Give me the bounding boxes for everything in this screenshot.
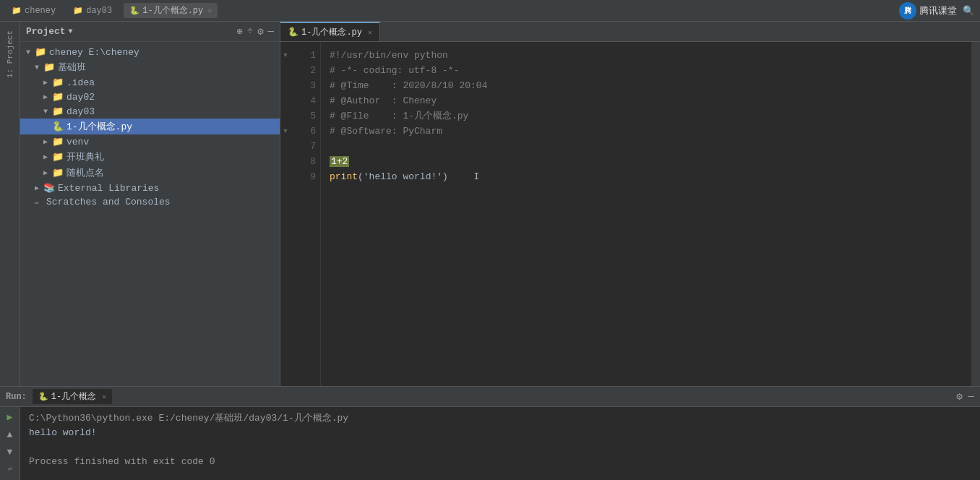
tab-cheney-label: cheney [25,6,56,16]
search-icon[interactable]: 🔍 [963,5,974,17]
tree-label-day02: day02 [66,92,95,103]
collapse-gutter: ▼ ▼ [280,42,292,386]
bottom-panel: Run: 🐍 1-几个概念 ✕ ⚙ — ▶ ▲ ▼ ⏎ C:\Python36\… [0,386,980,480]
project-action-minimize[interactable]: — [268,25,274,38]
tab-cheney[interactable]: 📁 cheney [6,4,61,17]
tab-day03-label: day03 [86,6,112,16]
tree-label-file1: 1-几个概念.py [66,120,132,133]
tree-label-idea: .idea [66,77,95,88]
bottom-settings-icon[interactable]: ⚙ [956,390,962,403]
project-panel: Project ▼ ⊕ ÷ ⚙ — ▼ 📁 cheney E:\cheney ▼… [20,22,280,386]
tree-label-venv: venv [66,137,89,147]
tree-arrow-idea: ▶ [43,78,52,87]
console-side-btns: ▶ ▲ ▼ ⏎ [0,407,20,480]
editor-tab-file[interactable]: 🐍 1-几个概念.py ✕ [280,22,380,41]
tab-close-icon[interactable]: ✕ [207,7,212,15]
tab-file-label: 1-几个概念.py [142,4,203,17]
tree-arrow-kaiban: ▶ [43,153,52,161]
project-title-text: Project [26,26,66,37]
tree-arrow-cheney: ▼ [26,48,35,56]
tree-arrow-extlibs: ▶ [35,184,43,192]
tree-label-jichupan: 基础班 [58,61,86,74]
project-tree: ▼ 📁 cheney E:\cheney ▼ 📁 基础班 ▶ 📁 .idea [20,42,280,386]
bottom-actions: ⚙ — [956,390,974,403]
bottom-tabs: Run: 🐍 1-几个概念 ✕ ⚙ — [0,387,980,407]
tree-arrow-day02: ▶ [43,93,52,101]
tree-item-suiji[interactable]: ▶ 📁 随机点名 [20,165,280,181]
tab-day03[interactable]: 📁 day03 [67,4,118,17]
tree-item-cheney[interactable]: ▼ 📁 cheney E:\cheney [20,45,280,59]
tree-arrow-suiji: ▶ [43,168,52,177]
tree-label-cheney: cheney E:\cheney [49,47,139,58]
tree-label-kaiban: 开班典礼 [66,150,104,163]
tree-item-venv[interactable]: ▶ 📁 venv [20,134,280,149]
console-down-btn[interactable]: ▼ [3,445,17,459]
editor-tab-py-icon: 🐍 [288,27,298,38]
line-numbers: 1 2 3 4 5 6 7 8 9 [292,42,321,386]
folder-icon-suiji: 📁 [52,167,64,179]
bottom-run-tab[interactable]: 🐍 1-几个概念 ✕ [33,389,112,404]
tree-item-jichupan[interactable]: ▼ 📁 基础班 [20,59,280,75]
brand-label: 腾讯课堂 [919,4,957,17]
tree-item-day03[interactable]: ▼ 📁 day03 [20,104,280,119]
tree-item-day02[interactable]: ▶ 📁 day02 [20,90,280,104]
top-bar: 📁 cheney 📁 day03 🐍 1-几个概念.py ✕ 腾 腾讯课堂 🔍 [0,0,980,22]
folder-icon-kaiban: 📁 [52,151,64,163]
tree-arrow-scratches: ✏ [35,198,43,207]
collapse-btn-6[interactable]: ▼ [280,124,291,139]
editor-tab-close[interactable]: ✕ [368,28,372,37]
run-tab-label: 1-几个概念 [51,390,96,403]
brand-logo: 腾 腾讯课堂 [899,2,957,20]
tree-item-kaiban[interactable]: ▶ 📁 开班典礼 [20,149,280,165]
py-file-icon: 🐍 [52,121,64,132]
folder-open-icon-cheney: 📁 [35,46,46,58]
console-wrap-btn[interactable]: ⏎ [3,462,17,476]
folder-open-icon-jichupan: 📁 [43,61,55,73]
folder-icon-venv: 📁 [52,136,64,147]
tree-arrow-venv: ▶ [43,137,52,146]
tab-file[interactable]: 🐍 1-几个概念.py ✕ [124,3,218,18]
folder-icon-day03: 📁 [73,6,83,15]
console-output: C:\Python36\python.exe E:/cheney/基础班/day… [20,407,980,480]
editor-content: ▼ ▼ 1 2 3 4 5 6 7 8 9 [280,42,980,386]
console-area: ▶ ▲ ▼ ⏎ C:\Python36\python.exe E:/cheney… [0,407,980,480]
sidebar-strip: 1: Project [0,22,20,386]
tree-item-scratches[interactable]: ✏ Scratches and Consoles [20,195,280,209]
folder-open-icon-day03: 📁 [52,106,64,117]
py-icon-tab: 🐍 [129,6,139,15]
run-label: Run: [6,392,27,402]
project-header: Project ▼ ⊕ ÷ ⚙ — [20,22,280,42]
folder-icon-day02: 📁 [52,91,64,103]
project-action-settings[interactable]: ⚙ [257,25,263,38]
folder-icon-cheney: 📁 [12,6,22,15]
run-tab-close[interactable]: ✕ [102,393,106,401]
tree-arrow-day03: ▼ [43,108,52,116]
editor-scrollbar[interactable] [971,42,980,386]
project-strip-label[interactable]: 1: Project [6,25,14,84]
tree-arrow-jichupan: ▼ [35,64,43,72]
project-title-arrow: ▼ [69,27,73,35]
folder-icon-idea: 📁 [52,77,64,88]
project-action-split[interactable]: ÷ [247,25,253,38]
run-play-btn[interactable]: ▶ [3,410,17,424]
project-actions: ⊕ ÷ ⚙ — [236,25,274,38]
main-area: 1: Project Project ▼ ⊕ ÷ ⚙ — ▼ 📁 cheney … [0,22,980,386]
tree-item-extlibs[interactable]: ▶ 📚 External Libraries [20,181,280,195]
extlib-icon: 📚 [43,182,55,194]
tree-item-idea[interactable]: ▶ 📁 .idea [20,75,280,90]
tree-label-extlibs: External Libraries [58,183,159,194]
tree-label-day03: day03 [66,106,95,117]
editor-tab-label: 1-几个概念.py [301,26,362,38]
tree-label-scratches: Scratches and Consoles [46,197,171,207]
bottom-minimize-icon[interactable]: — [968,390,974,403]
code-area[interactable]: #!/usr/bin/env python # -*- coding: utf-… [321,42,971,386]
editor-tabs: 🐍 1-几个概念.py ✕ [280,22,980,42]
run-file-icon: 🐍 [38,392,48,401]
project-action-add[interactable]: ⊕ [236,25,242,38]
collapse-btn-1[interactable]: ▼ [280,48,291,63]
project-title: Project ▼ [26,26,73,37]
editor-area: 🐍 1-几个概念.py ✕ ▼ ▼ 1 2 3 [280,22,980,386]
console-up-btn[interactable]: ▲ [3,427,17,442]
tree-item-file1[interactable]: 🐍 1-几个概念.py [20,119,280,134]
brand-icon: 腾 [899,2,916,20]
